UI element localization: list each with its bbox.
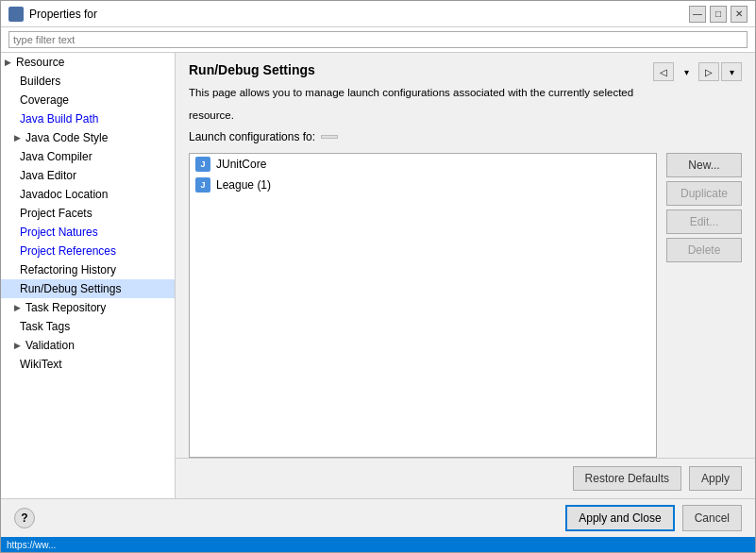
footer-left: ?	[14, 508, 35, 528]
sidebar-item-run-debug-settings[interactable]: Run/Debug Settings	[1, 279, 175, 298]
panel-header: Run/Debug Settings ◁ ▾ ▷ ▾ This page all…	[176, 53, 755, 153]
launch-config-row: Launch configurations fo:	[189, 130, 742, 143]
minimize-button[interactable]: —	[689, 6, 706, 23]
sidebar: ▶ Resource Builders Coverage Java Build …	[1, 53, 176, 498]
properties-window: Properties for — □ ✕ ▶ Resource Builders…	[0, 0, 756, 553]
list-item-label-junitcore: JUnitCore	[216, 158, 266, 171]
side-buttons: New... Duplicate Edit... Delete	[666, 153, 742, 458]
launch-config-label: Launch configurations fo:	[189, 130, 315, 143]
sidebar-item-project-facets[interactable]: Project Facets	[1, 204, 175, 223]
footer: ? Apply and Close Cancel	[1, 498, 755, 537]
sidebar-item-java-code-style[interactable]: ▶ Java Code Style	[1, 128, 175, 147]
sidebar-item-coverage[interactable]: Coverage	[1, 91, 175, 109]
sidebar-item-java-compiler[interactable]: Java Compiler	[1, 147, 175, 166]
title-bar: Properties for — □ ✕	[1, 1, 755, 27]
filter-bar	[1, 27, 755, 53]
content-area: J JUnitCore J League (1) New... Duplicat…	[176, 153, 755, 458]
expand-arrow-validation: ▶	[14, 341, 24, 350]
description-line2: resource.	[189, 108, 742, 123]
apply-button[interactable]: Apply	[689, 466, 742, 491]
cancel-button[interactable]: Cancel	[682, 505, 742, 531]
edit-button[interactable]: Edit...	[666, 209, 742, 234]
sidebar-item-java-editor[interactable]: Java Editor	[1, 166, 175, 185]
sidebar-item-task-tags[interactable]: Task Tags	[1, 317, 175, 336]
expand-arrow-task-repository: ▶	[14, 303, 24, 312]
right-panel: Run/Debug Settings ◁ ▾ ▷ ▾ This page all…	[176, 53, 755, 498]
menu-button[interactable]: ▾	[721, 62, 742, 81]
expand-arrow-resource: ▶	[5, 58, 14, 67]
filter-input[interactable]	[8, 31, 748, 48]
junit-icon: J	[195, 157, 210, 172]
status-bar: https://ww...	[1, 537, 755, 552]
sidebar-item-resource[interactable]: ▶ Resource	[1, 53, 175, 72]
list-item[interactable]: J League (1)	[190, 175, 656, 195]
close-button[interactable]: ✕	[731, 6, 748, 23]
main-content: ▶ Resource Builders Coverage Java Build …	[1, 53, 755, 498]
apply-and-close-button[interactable]: Apply and Close	[565, 505, 674, 531]
bottom-bar: Restore Defaults Apply	[176, 458, 755, 498]
description-line1: This page allows you to manage launch co…	[189, 85, 742, 100]
window-icon	[8, 7, 24, 22]
launch-config-value	[321, 135, 338, 139]
sidebar-item-project-natures[interactable]: Project Natures	[1, 223, 175, 242]
launch-config-list[interactable]: J JUnitCore J League (1)	[189, 153, 657, 458]
restore-defaults-button[interactable]: Restore Defaults	[573, 466, 681, 491]
back-button[interactable]: ◁	[653, 62, 674, 81]
duplicate-button[interactable]: Duplicate	[666, 181, 742, 206]
sidebar-item-java-build-path[interactable]: Java Build Path	[1, 109, 175, 128]
league-icon: J	[195, 177, 210, 193]
forward-button[interactable]: ▷	[698, 62, 719, 81]
title-bar-buttons: — □ ✕	[689, 6, 748, 23]
maximize-button[interactable]: □	[710, 6, 727, 23]
separator-toolbar: ▾	[676, 62, 697, 81]
panel-toolbar: ◁ ▾ ▷ ▾	[653, 62, 742, 81]
list-item[interactable]: J JUnitCore	[190, 154, 656, 175]
list-item-label-league: League (1)	[216, 178, 271, 192]
status-text: https://ww...	[7, 540, 56, 550]
sidebar-item-builders[interactable]: Builders	[1, 72, 175, 91]
sidebar-item-wikitext[interactable]: WikiText	[1, 355, 175, 374]
sidebar-item-validation[interactable]: ▶ Validation	[1, 336, 175, 355]
sidebar-item-refactoring-history[interactable]: Refactoring History	[1, 260, 175, 279]
sidebar-item-javadoc-location[interactable]: Javadoc Location	[1, 185, 175, 204]
footer-right: Apply and Close Cancel	[565, 505, 742, 531]
window-title: Properties for	[29, 8, 689, 21]
new-button[interactable]: New...	[666, 153, 742, 177]
sidebar-item-project-references[interactable]: Project References	[1, 242, 175, 260]
help-button[interactable]: ?	[14, 508, 35, 528]
sidebar-item-task-repository[interactable]: ▶ Task Repository	[1, 298, 175, 317]
expand-arrow-java-code-style: ▶	[14, 133, 24, 142]
panel-title: Run/Debug Settings	[189, 62, 315, 77]
delete-button[interactable]: Delete	[666, 238, 742, 262]
